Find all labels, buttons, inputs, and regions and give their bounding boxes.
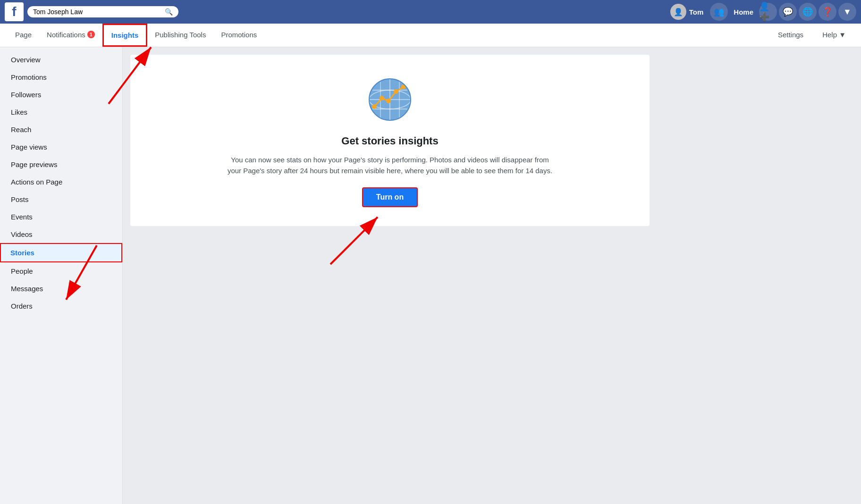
tab-promotions[interactable]: Promotions [213, 24, 264, 47]
secondary-navigation: Page Notifications 1 Insights Publishing… [0, 24, 861, 47]
search-input[interactable] [33, 8, 162, 16]
facebook-logo: f [5, 2, 24, 21]
svg-point-11 [394, 89, 398, 94]
secondary-nav-left: Page Notifications 1 Insights Publishing… [8, 24, 770, 47]
settings-link[interactable]: Settings [770, 31, 811, 40]
svg-point-8 [372, 104, 377, 109]
stories-panel-description: You can now see stats on how your Page's… [225, 155, 555, 176]
sidebar-item-overview[interactable]: Overview [0, 51, 122, 68]
content-area: Get stories insights You can now see sta… [123, 47, 861, 504]
sidebar-item-people[interactable]: People [0, 262, 122, 280]
secondary-nav-right: Settings Help ▼ [770, 24, 853, 47]
notification-badge: 1 [87, 31, 95, 38]
top-navigation-bar: f 🔍 👤 Tom 👥 Home 👤➕ 💬 🌐 ❓ ▼ [0, 0, 861, 24]
user-name: Tom [689, 8, 704, 16]
sidebar: Overview Promotions Followers Likes Reac… [0, 47, 123, 504]
turn-on-button[interactable]: Turn on [362, 187, 418, 207]
sidebar-item-page-previews[interactable]: Page previews [0, 156, 122, 173]
tab-notifications[interactable]: Notifications 1 [39, 24, 102, 47]
sidebar-item-page-views[interactable]: Page views [0, 138, 122, 156]
stories-insights-panel: Get stories insights You can now see sta… [130, 55, 650, 226]
sidebar-item-posts[interactable]: Posts [0, 191, 122, 208]
tab-publishing-tools[interactable]: Publishing Tools [147, 24, 213, 47]
tab-page[interactable]: Page [8, 24, 39, 47]
sidebar-item-likes[interactable]: Likes [0, 103, 122, 121]
sidebar-item-events[interactable]: Events [0, 208, 122, 226]
search-icon: 🔍 [165, 8, 173, 16]
sidebar-item-messages[interactable]: Messages [0, 280, 122, 297]
globe-icon[interactable]: 🌐 [799, 3, 817, 21]
friend-requests-icon[interactable]: 👥 [710, 3, 728, 21]
svg-point-10 [386, 99, 391, 103]
sidebar-item-reach[interactable]: Reach [0, 121, 122, 138]
sidebar-item-actions-on-page[interactable]: Actions on Page [0, 173, 122, 191]
stories-icon [364, 74, 416, 126]
help-icon[interactable]: ❓ [819, 3, 836, 21]
help-link[interactable]: Help ▼ [815, 31, 853, 40]
sidebar-item-videos[interactable]: Videos [0, 226, 122, 243]
sidebar-item-stories[interactable]: Stories [0, 243, 122, 262]
home-link[interactable]: Home [734, 8, 753, 16]
sidebar-item-followers[interactable]: Followers [0, 86, 122, 103]
user-area[interactable]: 👤 Tom [670, 4, 704, 20]
svg-point-9 [380, 96, 384, 101]
messenger-icon[interactable]: 💬 [779, 3, 797, 21]
avatar: 👤 [670, 4, 686, 20]
sidebar-item-orders[interactable]: Orders [0, 297, 122, 315]
search-box[interactable]: 🔍 [27, 6, 178, 17]
top-bar-right: 👤 Tom 👥 Home 👤➕ 💬 🌐 ❓ ▼ [670, 3, 856, 21]
sidebar-item-promotions[interactable]: Promotions [0, 68, 122, 86]
dropdown-arrow-icon[interactable]: ▼ [838, 3, 856, 21]
tab-insights[interactable]: Insights [102, 24, 148, 47]
main-layout: Overview Promotions Followers Likes Reac… [0, 47, 861, 504]
stories-panel-heading: Get stories insights [341, 135, 438, 147]
friend-add-icon[interactable]: 👤➕ [759, 3, 777, 21]
